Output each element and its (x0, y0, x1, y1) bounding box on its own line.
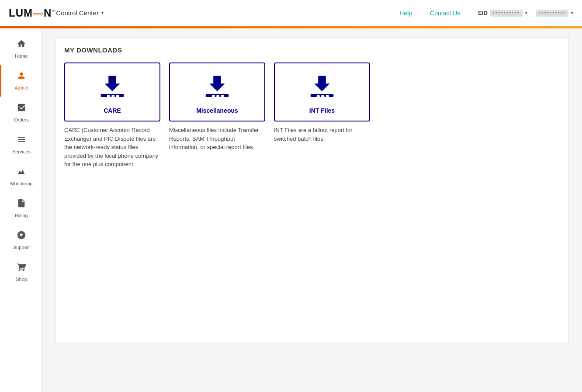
eid-chevron-icon: ▾ (525, 10, 527, 15)
svg-marker-5 (105, 76, 120, 91)
monitoring-icon (17, 167, 26, 179)
misc-card-group: Miscellaneous Miscellaneous files includ… (169, 62, 265, 169)
sidebar-item-orders[interactable]: Orders (0, 97, 42, 128)
header-right: Help Contact Us EID •••••••••• ▾ •••••••… (399, 8, 573, 18)
svg-rect-7 (212, 95, 215, 98)
app-layout: Home Admin Orders Services Monitoring (0, 28, 582, 392)
sidebar-item-admin[interactable]: Admin (0, 65, 42, 97)
eid-value: •••••••••• (490, 10, 523, 17)
sidebar-label-services: Services (12, 149, 31, 154)
admin-icon (17, 71, 26, 83)
svg-rect-9 (221, 95, 224, 98)
user-chevron-icon: ▾ (571, 10, 573, 15)
care-card-group: CARE CARE (Customer Account Record Excha… (64, 62, 160, 169)
int-card-label: INT Files (309, 107, 335, 114)
svg-rect-4 (116, 95, 119, 98)
chevron-down-icon: ▾ (101, 10, 104, 15)
eid-label: EID (478, 10, 488, 16)
care-card-label: CARE (104, 107, 121, 114)
int-files-card[interactable]: INT Files (274, 62, 370, 121)
header-divider (421, 8, 421, 18)
sidebar-item-support[interactable]: Support (0, 224, 42, 256)
sidebar-item-services[interactable]: Services (0, 128, 42, 160)
svg-rect-14 (326, 95, 329, 98)
billing-icon (17, 198, 26, 211)
control-center-dropdown[interactable]: Control Center ▾ (56, 9, 104, 17)
care-download-icon (97, 72, 128, 103)
header: LUM—N™ Control Center ▾ Help Contact Us … (0, 0, 582, 26)
sidebar-label-admin: Admin (14, 85, 28, 90)
sidebar-label-home: Home (15, 53, 28, 59)
int-card-group: INT Files INT Files are a fallout report… (274, 62, 370, 169)
sidebar-label-support: Support (13, 245, 30, 250)
sidebar-item-shop[interactable]: Shop (0, 256, 42, 288)
help-link[interactable]: Help (399, 10, 412, 17)
care-card[interactable]: CARE (64, 62, 160, 121)
main-content: MY DOWNLOADS CARE CAR (42, 28, 582, 392)
misc-card-label: Miscellaneous (196, 107, 238, 114)
user-dropdown[interactable]: •••••••••• ▾ (536, 10, 573, 17)
section-title: MY DOWNLOADS (64, 46, 560, 54)
control-center-label: Control Center (56, 9, 99, 17)
sidebar: Home Admin Orders Services Monitoring (0, 28, 42, 392)
eid-dropdown[interactable]: EID •••••••••• ▾ (478, 10, 527, 17)
svg-rect-13 (321, 95, 324, 98)
svg-marker-15 (315, 76, 330, 91)
contact-us-link[interactable]: Contact Us (430, 10, 460, 17)
sidebar-label-orders: Orders (14, 117, 29, 122)
svg-point-0 (20, 73, 23, 76)
lumen-logo: LUM—N™ (9, 7, 56, 19)
svg-rect-3 (111, 95, 114, 98)
svg-rect-8 (216, 95, 219, 98)
int-download-icon (307, 72, 337, 103)
sidebar-label-billing: Billing (15, 213, 28, 218)
sidebar-item-home[interactable]: Home (0, 33, 42, 65)
care-card-description: CARE (Customer Account Record Exchange) … (64, 126, 160, 169)
sidebar-label-monitoring: Monitoring (10, 181, 32, 186)
content-panel: MY DOWNLOADS CARE CAR (55, 37, 569, 343)
miscellaneous-card[interactable]: Miscellaneous (169, 62, 265, 121)
orders-icon (17, 103, 26, 115)
sidebar-item-billing[interactable]: Billing (0, 192, 42, 224)
svg-rect-2 (107, 95, 110, 98)
logo-tm: ™ (52, 9, 56, 14)
download-cards-row: CARE CARE (Customer Account Record Excha… (64, 62, 560, 169)
support-icon (17, 230, 26, 243)
shop-icon (17, 262, 26, 274)
services-icon (17, 135, 26, 147)
user-value: •••••••••• (536, 10, 568, 17)
home-icon (17, 39, 26, 51)
svg-rect-12 (317, 95, 320, 98)
sidebar-item-monitoring[interactable]: Monitoring (0, 160, 42, 192)
sidebar-label-shop: Shop (16, 277, 27, 282)
int-card-description: INT Files are a fallout report for switc… (274, 126, 370, 143)
logo-dash: — (33, 7, 44, 19)
svg-marker-10 (210, 76, 225, 91)
misc-download-icon (202, 72, 232, 103)
misc-card-description: Miscellaneous files include Transfer Rep… (169, 126, 265, 152)
header-divider-2 (469, 8, 469, 18)
